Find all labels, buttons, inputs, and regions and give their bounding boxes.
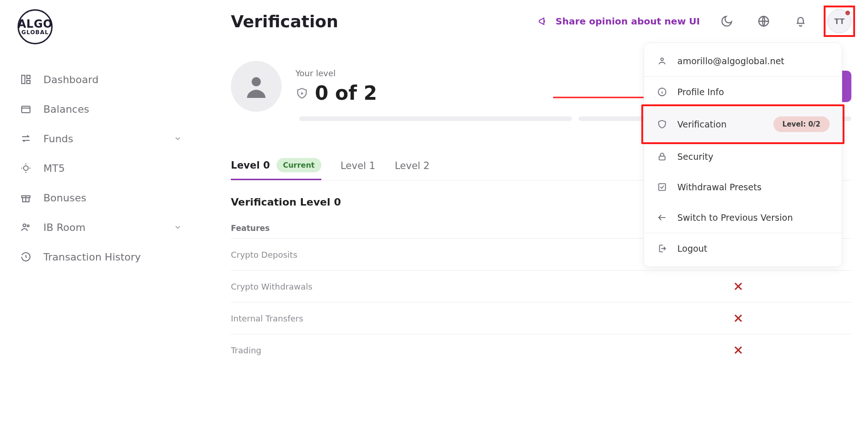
shield-icon <box>656 118 668 130</box>
menu-label: Security <box>677 151 713 162</box>
svg-rect-15 <box>659 156 665 160</box>
logo-line2: GLOBAL <box>21 30 48 35</box>
globe-icon <box>757 15 770 28</box>
sidebar-item-label: Transaction History <box>43 251 141 263</box>
cross-icon <box>717 345 759 356</box>
gift-icon <box>19 191 32 204</box>
chevron-down-icon <box>174 223 182 231</box>
user-avatar[interactable]: TT <box>827 9 851 33</box>
sidebar-item-mt5[interactable]: MT5 <box>13 154 188 182</box>
share-opinion-button[interactable]: Share opinion about new UI <box>538 16 700 27</box>
progress-bar-1 <box>299 116 572 121</box>
platform-icon <box>19 162 32 175</box>
arrow-left-icon <box>656 212 668 224</box>
user-icon <box>656 55 668 67</box>
profile-avatar <box>231 61 282 112</box>
cross-icon <box>717 281 759 292</box>
svg-point-4 <box>24 166 28 170</box>
megaphone-icon <box>538 16 549 27</box>
tab-label: Level 0 <box>231 160 270 171</box>
tab-label: Level 2 <box>395 160 429 171</box>
svg-point-8 <box>27 225 29 227</box>
sidebar-item-label: MT5 <box>43 163 65 174</box>
avatar-initials: TT <box>834 17 844 26</box>
lock-icon <box>656 151 668 163</box>
feature-row: Trading <box>231 334 851 366</box>
dashboard-icon <box>19 73 32 86</box>
menu-label: Verification <box>677 119 727 129</box>
shield-badge-icon <box>295 87 308 100</box>
share-opinion-label: Share opinion about new UI <box>555 16 700 27</box>
feature-row: Internal Transfers <box>231 302 851 334</box>
menu-label: Withdrawal Presets <box>677 182 761 192</box>
logo-line1: ALGO <box>18 18 53 30</box>
sidebar: ALGO GLOBAL Dashboard Balances <box>13 9 188 271</box>
menu-email: amorillo@algoglobal.net <box>644 46 842 76</box>
sidebar-item-dashboard[interactable]: Dashboard <box>13 66 188 93</box>
svg-rect-3 <box>22 106 30 113</box>
main-content: Verification Share opinion about new UI <box>188 9 851 366</box>
tab-level0[interactable]: Level 0 Current <box>231 158 321 180</box>
sidebar-item-funds[interactable]: Funds <box>13 125 188 152</box>
users-icon <box>19 221 32 234</box>
checkbox-icon <box>656 181 668 193</box>
features-col-header: Features <box>231 224 270 233</box>
svg-rect-0 <box>22 75 25 84</box>
level-value: 0 of 2 <box>315 82 377 104</box>
tab-label: Level 1 <box>341 160 375 171</box>
sidebar-item-label: Dashboard <box>43 74 98 85</box>
cross-icon <box>717 313 759 324</box>
menu-switch-version[interactable]: Switch to Previous Version <box>644 202 842 233</box>
sidebar-item-label: Balances <box>43 103 89 115</box>
menu-email-text: amorillo@algoglobal.net <box>677 56 784 66</box>
sidebar-item-label: Funds <box>43 133 73 145</box>
menu-profile-info[interactable]: Profile Info <box>644 76 842 107</box>
menu-security[interactable]: Security <box>644 141 842 172</box>
notifications-button[interactable] <box>790 11 811 31</box>
menu-withdrawal-presets[interactable]: Withdrawal Presets <box>644 172 842 202</box>
transfer-icon <box>19 132 32 145</box>
menu-logout[interactable]: Logout <box>644 233 842 264</box>
sidebar-item-label: Bonuses <box>43 192 86 204</box>
feature-name: Internal Transfers <box>231 314 303 323</box>
info-icon <box>656 86 668 98</box>
current-badge: Current <box>277 158 321 172</box>
chevron-down-icon <box>174 134 182 143</box>
theme-toggle[interactable] <box>717 11 737 31</box>
logo[interactable]: ALGO GLOBAL <box>13 9 188 66</box>
sidebar-nav: Dashboard Balances Funds <box>13 66 188 271</box>
menu-verification[interactable]: Verification Level: 0/2 <box>644 107 842 141</box>
menu-label: Switch to Previous Version <box>677 212 793 223</box>
sidebar-item-bonuses[interactable]: Bonuses <box>13 184 188 212</box>
verification-level-pill: Level: 0/2 <box>773 116 830 132</box>
feature-name: Trading <box>231 345 261 355</box>
svg-rect-16 <box>659 184 666 191</box>
svg-point-10 <box>252 77 261 86</box>
tab-level1[interactable]: Level 1 <box>341 160 375 178</box>
menu-label: Profile Info <box>677 87 724 97</box>
sidebar-item-ibroom[interactable]: IB Room <box>13 213 188 241</box>
menu-label: Logout <box>677 243 707 254</box>
moon-icon <box>720 15 733 28</box>
history-icon <box>19 250 32 263</box>
user-menu: amorillo@algoglobal.net Profile Info Ver… <box>644 42 842 267</box>
svg-point-7 <box>23 224 26 227</box>
svg-rect-1 <box>27 75 30 79</box>
svg-point-13 <box>661 58 663 61</box>
feature-name: Crypto Deposits <box>231 250 297 260</box>
sidebar-item-label: IB Room <box>43 222 85 233</box>
feature-row: Crypto Withdrawals <box>231 270 851 302</box>
tab-level2[interactable]: Level 2 <box>395 160 429 178</box>
feature-name: Crypto Withdrawals <box>231 282 313 291</box>
bell-icon <box>794 15 807 28</box>
notification-dot-icon <box>845 11 850 15</box>
page-title: Verification <box>231 12 338 31</box>
logout-icon <box>656 242 668 254</box>
language-button[interactable] <box>753 11 774 31</box>
svg-rect-2 <box>27 80 30 84</box>
sidebar-item-history[interactable]: Transaction History <box>13 243 188 271</box>
sidebar-item-balances[interactable]: Balances <box>13 95 188 123</box>
wallet-icon <box>19 103 32 115</box>
level-label: Your level <box>295 68 377 78</box>
